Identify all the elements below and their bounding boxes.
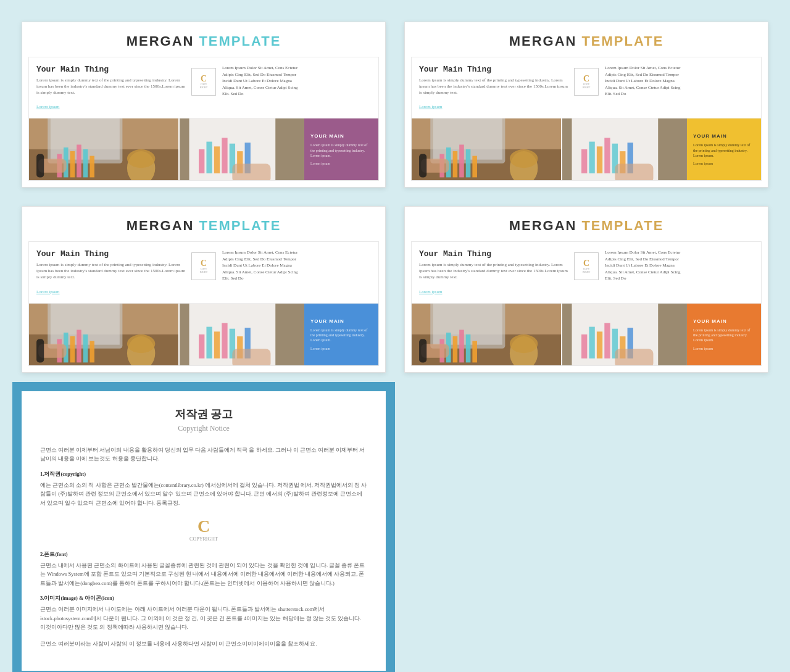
slide-1-accent-link: Lorem ipsum: [310, 162, 372, 165]
svg-rect-17: [207, 142, 212, 173]
slide-3-left-text: Your Main Thing Lorem ipsum is simply du…: [36, 249, 185, 295]
slide-1-main-thing: Your Main Thing: [36, 65, 185, 74]
slide-2-top: Your Main Thing Lorem ipsum is simply du…: [412, 57, 761, 118]
svg-rect-34: [466, 149, 471, 177]
svg-rect-90: [597, 331, 602, 358]
svg-rect-91: [604, 323, 610, 358]
slide-1-image-strip: YOUR MAIN Lorem ipsum is simply dummy te…: [29, 118, 378, 180]
slide-4-accent-body: Lorem ipsum is simply dummy text of the …: [693, 328, 755, 343]
svg-rect-59: [89, 341, 94, 362]
slide-3-content: Your Main Thing Lorem ipsum is simply du…: [28, 241, 379, 365]
slide-2-header: MERGAN TEMPLATE: [405, 22, 768, 57]
slide-container-3: MERGAN TEMPLATE Your Main Thing Lorem ip…: [12, 197, 395, 381]
slide-4-main-thing: Your Main Thing: [419, 249, 568, 259]
svg-rect-56: [70, 336, 75, 362]
svg-point-53: [127, 334, 155, 353]
empty-bottom-right: [395, 382, 778, 672]
slide-3-photo-1: [29, 304, 178, 365]
svg-rect-19: [222, 138, 227, 173]
slide-2-photo-2: [561, 118, 687, 180]
slide-container-4: MERGAN TEMPLATE Your Main Thing Lorem ip…: [395, 197, 778, 381]
svg-rect-71: [233, 349, 271, 365]
slide-1-body: Lorem ipsum is simply dummy text of the …: [36, 78, 185, 96]
slide-2-content: Your Main Thing Lorem ipsum is simply du…: [411, 57, 762, 181]
copyright-intro: 근면소 여러분 이제부터 서남이의 내용을 활용하여 당신의 업무 다음 사람들…: [40, 446, 367, 463]
slide-2-left-text: Your Main Thing Lorem ipsum is simply du…: [419, 65, 568, 110]
slide-container-1: MERGAN TEMPLATE Your Main Thing Lorem ip…: [12, 12, 395, 197]
copyright-section-3-title: 3.이미지(image) & 아이콘(icon): [40, 595, 367, 602]
svg-rect-33: [459, 145, 464, 178]
slide-3-right-text: Lorem Ipsum Dolor Sit Amet, Cons Ectetur…: [222, 249, 371, 295]
slide-2-body: Lorem ipsum is simply dummy text of the …: [419, 78, 568, 96]
slide-4: MERGAN TEMPLATE Your Main Thing Lorem ip…: [404, 206, 768, 372]
slide-2: MERGAN TEMPLATE Your Main Thing Lorem ip…: [404, 22, 768, 188]
copyright-title-korean: 저작권 공고: [40, 407, 367, 421]
slide-1-link[interactable]: Lorem ipsum: [36, 104, 60, 109]
slide-1-accent-body: Lorem ipsum is simply dummy text of the …: [310, 143, 372, 158]
svg-rect-85: [419, 339, 426, 362]
svg-rect-81: [459, 330, 464, 362]
svg-rect-65: [207, 326, 212, 358]
svg-rect-40: [581, 149, 587, 173]
slide-1-content: Your Main Thing Lorem ipsum is simply du…: [28, 57, 379, 181]
slide-4-content: Your Main Thing Lorem ipsum is simply du…: [411, 241, 762, 365]
slide-1-header: MERGAN TEMPLATE: [22, 22, 385, 57]
slide-2-accent-title: YOUR MAIN: [693, 133, 755, 139]
slide-2-image-strip: YOUR MAIN Lorem ipsum is simply dummy te…: [412, 118, 761, 180]
slide-4-top: Your Main Thing Lorem ipsum is simply du…: [412, 242, 761, 303]
slide-3-top: Your Main Thing Lorem ipsum is simply du…: [29, 242, 378, 303]
svg-rect-88: [581, 334, 587, 359]
svg-rect-32: [453, 151, 458, 177]
slide-2-main-thing: Your Main Thing: [419, 65, 568, 74]
svg-rect-61: [36, 339, 44, 362]
svg-rect-47: [615, 164, 654, 181]
svg-rect-80: [453, 336, 458, 362]
slide-4-right-text: Lorem Ipsum Dolor Sit Amet, Cons Ectetur…: [605, 249, 754, 295]
svg-rect-16: [199, 149, 204, 173]
slide-2-accent-box: YOUR MAIN Lorem ipsum is simply dummy te…: [687, 118, 761, 180]
copyright-section-1-body: 에는 근면소의 소의 적 사항은 근면소 발간물에는(contentlibrar…: [40, 481, 367, 507]
svg-rect-37: [419, 154, 426, 178]
slide-4-mergan: MERGAN: [509, 218, 577, 234]
slide-4-accent-box: YOUR MAIN Lorem ipsum is simply dummy te…: [687, 304, 761, 365]
slide-2-link[interactable]: Lorem ipsum: [419, 104, 443, 109]
svg-rect-95: [615, 349, 654, 365]
slide-3-mergan: MERGAN: [127, 218, 194, 234]
slide-3-body: Lorem ipsum is simply dummy text of the …: [36, 262, 185, 280]
svg-rect-13: [36, 154, 44, 178]
slide-3-accent-title: YOUR MAIN: [310, 318, 372, 324]
slide-4-header: MERGAN TEMPLATE: [405, 207, 768, 241]
slide-4-left-text: Your Main Thing Lorem ipsum is simply du…: [419, 249, 568, 295]
slide-2-photo-1: [412, 118, 561, 180]
copyright-section-1-title: 1.저작권(copyright): [40, 471, 367, 478]
svg-point-29: [510, 149, 538, 168]
main-grid: MERGAN TEMPLATE Your Main Thing Lorem ip…: [0, 0, 790, 672]
slide-1: MERGAN TEMPLATE Your Main Thing Lorem ip…: [22, 22, 386, 188]
svg-rect-9: [77, 145, 81, 178]
slide-4-photo-1: [412, 304, 561, 365]
slide-3-image-strip: YOUR MAIN Lorem ipsum is simply dummy te…: [29, 304, 378, 365]
slide-1-photo-2: [178, 118, 304, 180]
slide-1-left-text: Your Main Thing Lorem ipsum is simply du…: [36, 65, 185, 110]
slide-2-accent-body: Lorem ipsum is simply dummy text of the …: [693, 143, 755, 158]
slide-4-accent-title: YOUR MAIN: [693, 318, 755, 324]
svg-rect-83: [472, 341, 477, 362]
slide-4-link[interactable]: Lorem ipsum: [419, 289, 443, 294]
svg-point-77: [510, 334, 538, 353]
slide-4-template: TEMPLATE: [581, 218, 663, 234]
svg-rect-67: [222, 323, 227, 358]
slide-1-accent-box: YOUR MAIN Lorem ipsum is simply dummy te…: [304, 118, 378, 180]
svg-rect-35: [472, 156, 477, 178]
slide-3-accent-box: YOUR MAIN Lorem ipsum is simply dummy te…: [304, 304, 378, 365]
slide-4-logo: C COPYRIGHT: [574, 252, 599, 280]
slide-3-link[interactable]: Lorem ipsum: [36, 289, 60, 294]
svg-rect-82: [466, 334, 471, 362]
slide-4-body: Lorem ipsum is simply dummy text of the …: [419, 262, 568, 280]
slide-3-template: TEMPLATE: [199, 218, 281, 234]
slide-3-logo: C COPYRIGHT: [191, 252, 216, 280]
svg-rect-41: [589, 142, 595, 173]
slide-1-accent-title: YOUR MAIN: [310, 133, 372, 139]
svg-rect-42: [597, 147, 602, 173]
slide-4-image-strip: YOUR MAIN Lorem ipsum is simply dummy te…: [412, 304, 761, 365]
svg-rect-66: [214, 331, 220, 358]
